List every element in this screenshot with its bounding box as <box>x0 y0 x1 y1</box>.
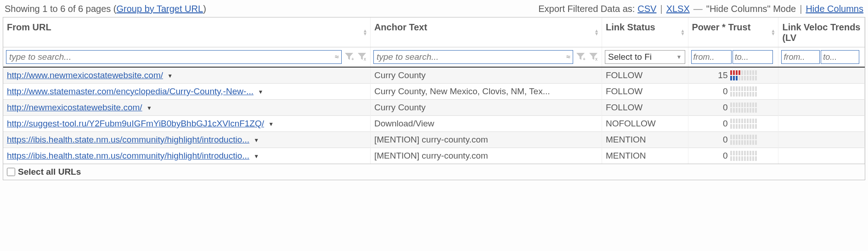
power-trust-cell: 0 <box>688 132 778 148</box>
select-all-urls-checkbox[interactable] <box>7 168 15 176</box>
link-status-select[interactable]: Select to Fi ▼ <box>605 50 685 64</box>
row-menu-caret[interactable]: ▼ <box>167 73 173 79</box>
from-url-link[interactable]: http://suggest-tool.ru/Y2Fubm9uIGFmYiB0b… <box>7 119 264 128</box>
topbar: Showing 1 to 6 of 6 pages (Group by Targ… <box>0 0 868 17</box>
filter-clear-icon[interactable]: x <box>356 51 367 63</box>
power-trust-cell: 0 <box>688 84 778 100</box>
table-row: http://newmexicostatewebsite.com/ ▼Curry… <box>3 100 865 116</box>
col-from-url[interactable]: From URL ▲▼ <box>3 17 370 47</box>
sparkline-icon <box>730 151 757 161</box>
from-url-search-input[interactable] <box>6 50 342 64</box>
link-status-select-label: Select to Fi <box>608 52 652 62</box>
power-trust-cell: 0 <box>688 100 778 116</box>
from-url-link[interactable]: http://www.newmexicostatewebsite.com/ <box>7 70 163 80</box>
table-row: http://www.newmexicostatewebsite.com/ ▼C… <box>3 67 865 84</box>
table-row: http://suggest-tool.ru/Y2Fubm9uIGFmYiB0b… <box>3 116 865 132</box>
hide-columns-mode-label: "Hide Columns" Mode <box>706 4 796 14</box>
col-link-velocity[interactable]: Link Veloc Trends (LV <box>778 17 865 47</box>
link-status-cell: FOLLOW <box>602 84 688 100</box>
separator-pipe: | <box>800 4 802 14</box>
table-row: https://ibis.health.state.nm.us/communit… <box>3 132 865 148</box>
from-url-link[interactable]: http://www.statemaster.com/encyclopedia/… <box>7 86 254 96</box>
anchor-text-cell: [MENTION] curry-county.com <box>370 132 602 148</box>
power-trust-range <box>691 50 776 64</box>
link-velocity-cell <box>778 148 865 164</box>
export-group: Export Filtered Data as: CSV | XLSX — "H… <box>538 4 863 14</box>
anchor-text-cell: Curry County <box>370 67 602 84</box>
svg-text:x: x <box>595 57 597 62</box>
col-link-status[interactable]: Link Status ▲▼ <box>602 17 688 47</box>
showing-text: Showing 1 to 6 of 6 pages ( <box>5 4 117 14</box>
table-container: From URL ▲▼ Anchor Text ▲▼ Link Status ▲… <box>3 17 865 180</box>
anchor-text-cell: [MENTION] curry-county.com <box>370 148 602 164</box>
link-velocity-cell <box>778 84 865 100</box>
sort-icon[interactable]: ▲▼ <box>594 29 599 35</box>
power-trust-value: 15 <box>709 70 727 80</box>
col-link-velocity-label: Link Veloc Trends (LV <box>782 22 860 43</box>
anchor-text-cell: Download/View <box>370 116 602 132</box>
sparkline-icon <box>730 135 757 145</box>
link-velocity-cell <box>778 100 865 116</box>
from-url-link[interactable]: http://newmexicostatewebsite.com/ <box>7 103 142 112</box>
anchor-filter: ≈ + x <box>373 50 599 64</box>
link-velocity-cell <box>778 116 865 132</box>
link-status-cell: NOFOLLOW <box>602 116 688 132</box>
power-trust-value: 0 <box>709 103 727 113</box>
power-trust-value: 0 <box>709 86 727 97</box>
separator-dash: — <box>693 4 703 14</box>
power-trust-cell: 0 <box>688 148 778 164</box>
svg-text:+: + <box>351 57 354 62</box>
sparkline-icon <box>730 86 757 97</box>
power-trust-value: 0 <box>709 151 727 161</box>
sort-icon[interactable]: ▲▼ <box>771 29 776 35</box>
sort-icon[interactable]: ▲▼ <box>363 29 367 35</box>
from-url-link[interactable]: https://ibis.health.state.nm.us/communit… <box>7 151 249 160</box>
col-power-trust[interactable]: Power * Trust ▲▼ <box>688 17 778 47</box>
export-label: Export Filtered Data as: <box>538 4 635 14</box>
row-menu-caret[interactable]: ▼ <box>254 137 259 143</box>
showing-close: ) <box>203 4 206 14</box>
from-url-link[interactable]: https://ibis.health.state.nm.us/communit… <box>7 135 249 144</box>
col-link-status-label: Link Status <box>606 22 655 32</box>
row-menu-caret[interactable]: ▼ <box>268 121 274 127</box>
export-csv-link[interactable]: CSV <box>637 4 656 14</box>
links-table: From URL ▲▼ Anchor Text ▲▼ Link Status ▲… <box>3 17 865 164</box>
filter-add-icon[interactable]: + <box>575 51 586 63</box>
table-row: https://ibis.health.state.nm.us/communit… <box>3 148 865 164</box>
link-velocity-from-input[interactable] <box>781 50 820 64</box>
filter-clear-icon[interactable]: x <box>588 51 599 63</box>
from-url-filter: ≈ + x <box>6 50 367 64</box>
link-velocity-cell <box>778 132 865 148</box>
table-filter-row: ≈ + x ≈ + <box>3 47 865 68</box>
power-trust-cell: 0 <box>688 116 778 132</box>
table-header-row: From URL ▲▼ Anchor Text ▲▼ Link Status ▲… <box>3 17 865 47</box>
sparkline-icon <box>730 119 757 129</box>
sort-icon[interactable]: ▲▼ <box>681 29 685 35</box>
col-anchor-text[interactable]: Anchor Text ▲▼ <box>370 17 602 47</box>
table-body: http://www.newmexicostatewebsite.com/ ▼C… <box>3 67 865 164</box>
link-status-cell: MENTION <box>602 132 688 148</box>
hide-columns-link[interactable]: Hide Columns <box>806 4 863 14</box>
sparkline-icon <box>730 103 757 113</box>
power-trust-value: 0 <box>709 135 727 145</box>
group-by-target-url-link[interactable]: Group by Target URL <box>117 4 203 14</box>
table-footer: Select all URLs <box>3 164 865 180</box>
separator-pipe: | <box>660 4 662 14</box>
select-all-urls-label: Select all URLs <box>18 167 81 177</box>
fuzzy-icon[interactable]: ≈ <box>566 53 570 61</box>
link-velocity-to-input[interactable] <box>821 50 859 64</box>
row-menu-caret[interactable]: ▼ <box>258 89 263 95</box>
chevron-down-icon: ▼ <box>676 54 682 60</box>
fuzzy-icon[interactable]: ≈ <box>335 53 339 61</box>
power-trust-value: 0 <box>709 119 727 129</box>
power-trust-from-input[interactable] <box>691 50 732 64</box>
link-status-cell: MENTION <box>602 148 688 164</box>
power-trust-to-input[interactable] <box>733 50 773 64</box>
anchor-text-cell: Curry County <box>370 100 602 116</box>
export-xlsx-link[interactable]: XLSX <box>666 4 690 14</box>
row-menu-caret[interactable]: ▼ <box>254 153 259 160</box>
svg-text:+: + <box>583 57 586 62</box>
filter-add-icon[interactable]: + <box>344 51 355 63</box>
anchor-search-input[interactable] <box>373 50 573 64</box>
row-menu-caret[interactable]: ▼ <box>147 105 152 111</box>
